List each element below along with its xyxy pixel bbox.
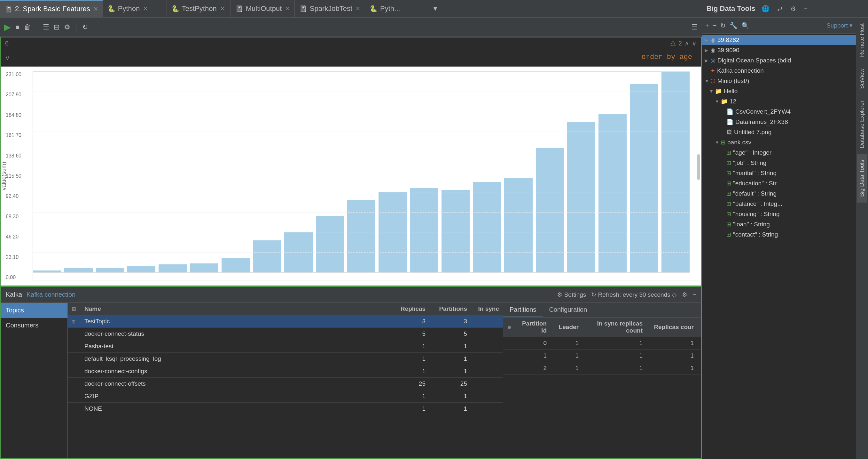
- kp-col-leader: Leader: [551, 324, 583, 331]
- tree-item-minio[interactable]: ▼ ⬡ Minio (test/): [702, 76, 856, 86]
- tab-close-sparkjobtest[interactable]: ✕: [355, 5, 360, 12]
- kafka-gear-btn[interactable]: ⚙: [682, 291, 687, 298]
- kafka-partition-row-0[interactable]: 0 1 1 1: [503, 337, 701, 349]
- tree-item-col-contact[interactable]: ⊞ "contact" : String: [702, 229, 856, 240]
- side-tab-bdt[interactable]: Big Data Tools: [857, 154, 867, 203]
- tab-sparkjobtest[interactable]: 📓 SparkJobTest ✕: [295, 0, 365, 17]
- kafka-partition-row-2[interactable]: 2 1 1 1: [503, 362, 701, 374]
- kp-col-replicas: Replicas cour: [647, 324, 698, 331]
- tab-python[interactable]: 🐍 Python ✕: [103, 0, 167, 17]
- topic-partitions-1: 5: [429, 330, 471, 337]
- kafka-topic-row-2[interactable]: Pasha-test 1 1: [68, 340, 503, 353]
- kafka-close-btn[interactable]: −: [692, 291, 696, 298]
- tree-item-col-housing[interactable]: ⊞ "housing" : String: [702, 209, 856, 219]
- gear-btn[interactable]: ⚙: [64, 23, 70, 31]
- tree-item-col-marital[interactable]: ⊞ "marital" : String: [702, 168, 856, 178]
- kafka-partitions-tab[interactable]: Partitions: [503, 303, 542, 317]
- toolbar-menu-btn[interactable]: ☰: [691, 23, 698, 31]
- tree-item-kafka[interactable]: ✦ Kafka connection: [702, 66, 856, 76]
- tab-close-python[interactable]: ✕: [143, 5, 148, 12]
- cell-number: 6: [5, 40, 9, 47]
- tree-item-hello[interactable]: ▼ 📁 Hello: [702, 86, 856, 96]
- tree-item-col-age[interactable]: ⊞ "age" : Integer: [702, 148, 856, 158]
- tree-item-dataframes[interactable]: 📄 Dataframes_2FX38: [702, 117, 856, 127]
- toolbar-sep-1: [37, 22, 37, 32]
- kafka-topic-row-0[interactable]: ⊞ TestTopic 3 3: [68, 315, 503, 328]
- tree-item-39-9090[interactable]: ▶ ◉ 39:9090: [702, 45, 856, 55]
- warn-down-btn[interactable]: ∨: [692, 39, 696, 47]
- tree-item-12[interactable]: ▼ 📁 12: [702, 96, 856, 107]
- tree-item-col-loan[interactable]: ⊞ "loan" : String: [702, 219, 856, 229]
- bdt-globe-btn[interactable]: 🌐: [760, 3, 771, 14]
- side-tab-db-explorer[interactable]: Database Explorer: [857, 95, 867, 154]
- partitions-tab-label: Partitions: [509, 306, 536, 313]
- kafka-config-tab[interactable]: Configuration: [542, 303, 593, 317]
- bdt-search-btn[interactable]: 🔍: [741, 22, 749, 29]
- kafka-topics-item[interactable]: Topics: [1, 303, 67, 318]
- topic-replicas-4: 1: [391, 368, 429, 375]
- tab-label-sparkjobtest: SparkJobTest: [310, 4, 352, 13]
- sliders-btn[interactable]: ⊟: [54, 23, 59, 31]
- list-btn[interactable]: ☰: [43, 23, 49, 31]
- side-tab-sciview[interactable]: SciView: [857, 63, 867, 95]
- warn-up-btn[interactable]: ∧: [684, 39, 689, 47]
- bdt-wrench-btn[interactable]: 🔧: [730, 22, 738, 29]
- tree-item-untitled[interactable]: 🖼 Untitled 7.png: [702, 127, 856, 137]
- scroll-indicator[interactable]: [697, 154, 700, 180]
- y-label-7: 161.70: [6, 133, 29, 138]
- tree-item-col-default[interactable]: ⊞ "default" : String: [702, 189, 856, 199]
- tab-close-testpython[interactable]: ✕: [220, 5, 225, 12]
- bdt-refresh-btn[interactable]: ↻: [720, 22, 726, 29]
- kafka-consumers-item[interactable]: Consumers: [1, 318, 67, 333]
- bdt-header: Big Data Tools 🌐 ⇄ ⚙ −: [702, 0, 868, 18]
- partition-replicas-1: 1: [647, 352, 698, 359]
- run-btn[interactable]: ▶: [4, 22, 11, 32]
- bdt-support-dropdown[interactable]: Support ▾: [827, 22, 852, 29]
- tree-label-col-housing: "housing" : String: [733, 211, 780, 218]
- kafka-settings-btn[interactable]: ⚙ Settings: [557, 291, 586, 298]
- bdt-minus-btn[interactable]: −: [802, 4, 809, 14]
- tree-item-digitalocean[interactable]: ▶ ◎ Digital Ocean Spaces (bdid: [702, 55, 856, 66]
- tab-multioutput[interactable]: 📓 MultiOutput ✕: [231, 0, 295, 17]
- delete-btn[interactable]: 🗑: [24, 23, 31, 31]
- bdt-add-btn[interactable]: +: [705, 22, 709, 29]
- tree-label-col-default: "default" : String: [733, 190, 777, 197]
- tree-item-39-8282[interactable]: ▶ ◉ 39:8282: [702, 35, 856, 45]
- tree-label-minio: Minio (test/): [717, 78, 749, 85]
- bar-9: [316, 216, 344, 272]
- bdt-arrows-btn[interactable]: ⇄: [776, 3, 784, 14]
- kafka-topic-row-6[interactable]: GZIP 1 1: [68, 390, 503, 403]
- kafka-topic-row-3[interactable]: default_ksql_processing_log 1 1: [68, 353, 503, 365]
- tab-close-multioutput[interactable]: ✕: [285, 5, 290, 12]
- expand-arrow[interactable]: ∨: [5, 54, 10, 62]
- tree-item-csvconvert[interactable]: 📄 CsvConvert_2FYW4: [702, 107, 856, 117]
- topic-partitions-3: 1: [429, 355, 471, 362]
- sparkjobtest-icon: 📓: [299, 5, 307, 12]
- tree-item-bankcsv[interactable]: ▼ ⊞ bank.csv: [702, 137, 856, 148]
- bdt-remove-btn[interactable]: −: [713, 22, 717, 29]
- kafka-right-tabs: Partitions Configuration: [503, 303, 701, 318]
- tree-item-col-job[interactable]: ⊞ "job" : String: [702, 158, 856, 168]
- kafka-topic-row-5[interactable]: docker-connect-offsets 25 25: [68, 378, 503, 390]
- stop-btn[interactable]: ■: [16, 23, 20, 31]
- tree-label-csvconvert: CsvConvert_2FYW4: [735, 108, 790, 115]
- tab-close-spark[interactable]: ✕: [93, 5, 98, 12]
- tab-testpython[interactable]: 🐍 TestPython ✕: [167, 0, 231, 17]
- kafka-connection-link[interactable]: Kafka connection: [27, 291, 75, 298]
- tree-item-col-balance[interactable]: ⊞ "balance" : Integ...: [702, 199, 856, 209]
- kafka-refresh-btn[interactable]: ↻ Refresh: every 30 seconds ◇: [591, 291, 677, 298]
- column-icon-housing: ⊞: [726, 211, 731, 218]
- tab-spark-basic[interactable]: 📓 2. Spark Basic Features ✕: [0, 0, 103, 17]
- reload-btn[interactable]: ↻: [82, 23, 88, 31]
- bdt-settings-btn[interactable]: ⚙: [789, 3, 797, 14]
- partition-id-1: 1: [516, 352, 551, 359]
- side-tab-remote-host[interactable]: Remote Host: [857, 18, 867, 63]
- kafka-topic-row-1[interactable]: docker-connect-status 5 5: [68, 328, 503, 340]
- column-icon-marital: ⊞: [726, 170, 731, 177]
- kafka-partition-row-1[interactable]: 1 1 1 1: [503, 349, 701, 362]
- kafka-topic-row-7[interactable]: NONE 1 1: [68, 403, 503, 415]
- tab-pyth[interactable]: 🐍 Pyth...: [365, 0, 429, 17]
- tab-more-btn[interactable]: ▾: [429, 4, 441, 13]
- kafka-topic-row-4[interactable]: docker-connect-configs 1 1: [68, 365, 503, 378]
- tree-item-col-education[interactable]: ⊞ "education" : Str...: [702, 178, 856, 189]
